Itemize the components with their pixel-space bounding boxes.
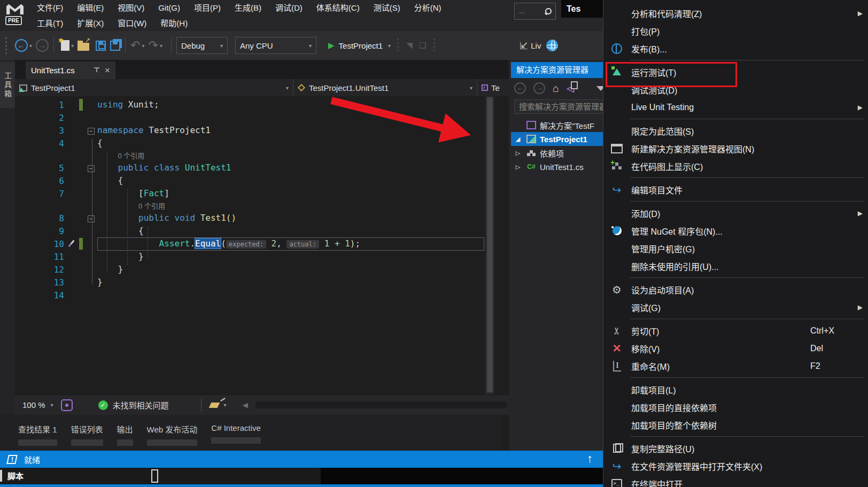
quick-search-box[interactable]: ... (514, 3, 556, 20)
menu-bar-item[interactable]: 分析(N) (407, 0, 448, 16)
menu-bar-item[interactable]: 扩展(X) (70, 16, 111, 31)
close-icon[interactable] (105, 67, 110, 74)
code-line[interactable]: 9 { (15, 225, 485, 237)
editor-horizontal-scrollbar[interactable] (255, 401, 507, 408)
menu-bar-item[interactable]: 编辑(E) (70, 0, 111, 16)
back-button[interactable] (514, 82, 526, 94)
context-menu-item[interactable]: 限定为此范围(S) (603, 122, 868, 140)
context-menu-item[interactable]: 在文件资源管理器中打开文件夹(X) (603, 457, 868, 475)
code-text[interactable]: } (97, 263, 484, 276)
new-file-dropdown[interactable] (71, 43, 74, 49)
code-line[interactable]: 8 public void Test1() (15, 212, 485, 225)
new-file-button[interactable] (61, 40, 69, 51)
code-line[interactable]: 0 个引用 (15, 200, 485, 212)
bottom-panel-tab[interactable]: 查找结果 1 (18, 423, 57, 451)
menu-bar-item[interactable]: 文件(F) (30, 0, 70, 16)
tree-expander-icon[interactable] (511, 136, 525, 143)
home-icon[interactable] (553, 82, 559, 95)
menu-bar-item[interactable]: 项目(P) (187, 0, 228, 16)
context-menu-item[interactable]: 删除未使用的引用(U)... (603, 257, 868, 275)
code-text[interactable]: public void Test1() (97, 212, 484, 225)
publish-up-arrow-icon[interactable] (587, 452, 593, 466)
code-line[interactable]: 1 using Xunit; (15, 98, 485, 111)
menu-bar-item[interactable]: 调试(D) (268, 0, 309, 16)
context-menu-item[interactable]: 移除(V) Del (603, 339, 868, 357)
context-menu-item[interactable]: 在代码图上显示(C) (603, 157, 868, 175)
code-line[interactable]: 11 } (15, 250, 485, 263)
context-menu-item[interactable]: 添加(D) (603, 204, 868, 222)
chevron-down-icon[interactable] (224, 402, 227, 408)
platform-dropdown[interactable]: Any CPU (235, 37, 316, 54)
live-share-icon[interactable] (520, 40, 528, 51)
redo-button[interactable] (149, 38, 158, 52)
tree-expander-icon[interactable] (511, 150, 525, 157)
code-text[interactable]: } (97, 276, 484, 289)
web-browser-icon[interactable] (546, 40, 558, 51)
forward-button[interactable] (533, 82, 545, 94)
save-button[interactable] (96, 41, 106, 51)
find-in-files-icon[interactable] (419, 41, 426, 50)
code-line[interactable]: 10 Assert.Equal(expected: 2, actual: 1 +… (15, 237, 485, 250)
bottom-panel-tab[interactable]: 错误列表 (71, 423, 103, 451)
configuration-dropdown[interactable]: Debug (176, 37, 228, 54)
code-line[interactable]: 7 [Fact] (15, 187, 485, 200)
code-line[interactable]: 2 (15, 111, 485, 124)
code-text[interactable]: namespace TestProject1 (97, 124, 484, 137)
navigate-back-dropdown[interactable] (29, 43, 32, 49)
test-explorer-window-tab[interactable]: Tes (561, 0, 603, 18)
navigate-back-button[interactable] (15, 39, 28, 52)
menu-bar-item[interactable]: 工具(T) (30, 16, 70, 31)
document-health-icon[interactable] (61, 399, 73, 411)
context-menu-item[interactable]: 运行测试(T) (603, 63, 868, 81)
context-menu-item[interactable]: 在终端中打开 (603, 475, 868, 487)
navbar-type-dropdown[interactable]: TestProject1.UnitTest1 (293, 79, 477, 96)
context-menu-item[interactable]: 管理用户机密(G) (603, 239, 868, 257)
folding-margin[interactable] (84, 163, 97, 173)
bottom-panel-tab[interactable]: C# Interactive (211, 423, 261, 451)
menu-bar-item[interactable]: 测试(S) (367, 0, 407, 16)
scrollbar-thumb[interactable] (487, 97, 493, 392)
context-menu-item[interactable]: 剪切(T) Ctrl+X (603, 322, 868, 339)
code-text[interactable]: Assert.Equal(expected: 2, actual: 1 + 1)… (97, 237, 484, 251)
code-line[interactable]: 3 namespace TestProject1 (15, 124, 485, 137)
save-all-button[interactable] (110, 41, 120, 51)
navigate-forward-button[interactable] (36, 39, 49, 52)
context-menu-item[interactable]: 复制完整路径(U) (603, 439, 868, 457)
code-text[interactable]: using Xunit; (97, 98, 484, 111)
code-text[interactable]: 0 个引用 (97, 199, 484, 213)
background-window-tab[interactable]: 脚本 (0, 471, 24, 481)
code-line[interactable]: 14 (15, 289, 485, 302)
context-menu-item[interactable]: 加载项目的整个依赖树 (603, 416, 868, 434)
navbar-project-dropdown[interactable]: TestProject1 (15, 79, 293, 96)
toolbar-drag-handle[interactable] (396, 37, 400, 53)
code-line[interactable]: 0 个引用 (15, 150, 485, 161)
code-text[interactable]: 0 个引用 (97, 149, 484, 163)
code-line[interactable]: 12 } (15, 263, 485, 276)
code-cleanup-broom-icon[interactable] (208, 403, 220, 408)
context-menu-item[interactable]: 新建解决方案资源管理器视图(N) (603, 140, 868, 157)
menu-bar-item[interactable]: 帮助(H) (153, 16, 195, 31)
code-text[interactable]: } (97, 250, 484, 263)
menu-bar-item[interactable]: Git(G) (151, 0, 187, 16)
code-line[interactable]: 4 { (15, 137, 485, 150)
folding-margin[interactable] (84, 213, 97, 223)
context-menu-item[interactable]: 管理 NuGet 程序包(N)... (603, 222, 868, 239)
menu-bar-item[interactable]: 窗口(W) (111, 16, 153, 31)
open-file-button[interactable] (78, 43, 89, 51)
document-tab-unittest1[interactable]: UnitTest1.cs (26, 61, 115, 79)
context-menu-item[interactable]: 卸载项目(L) (603, 381, 868, 398)
code-editor[interactable]: 1 using Xunit; 2 3 namespace TestProject (15, 96, 485, 395)
editor-vertical-scrollbar[interactable] (485, 96, 494, 395)
menu-bar-item[interactable]: 体系结构(C) (309, 0, 367, 16)
code-text[interactable]: { (97, 174, 484, 187)
folding-margin[interactable] (84, 126, 97, 135)
redo-dropdown[interactable] (160, 43, 162, 49)
toolbar-drag-handle[interactable] (4, 36, 9, 55)
code-text[interactable]: { (97, 225, 484, 237)
code-line[interactable]: 13 } (15, 276, 485, 289)
context-menu-item[interactable]: 打包(P) (603, 22, 868, 40)
context-menu-item[interactable]: 编辑项目文件 (603, 181, 868, 198)
bottom-panel-tab[interactable]: Web 发布活动 (147, 423, 198, 451)
search-icon[interactable] (545, 8, 551, 14)
zoom-level-dropdown[interactable]: 100 % (15, 395, 57, 415)
